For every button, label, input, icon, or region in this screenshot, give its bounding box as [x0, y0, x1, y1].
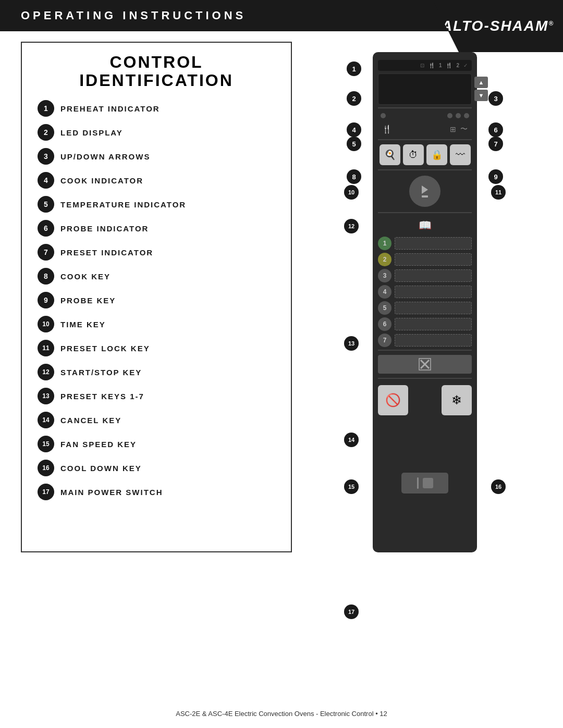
number-2-label: 2 — [456, 63, 459, 68]
probe-indicator — [456, 113, 461, 118]
time-key[interactable]: 〰 — [450, 144, 471, 165]
callout-8: 8 — [347, 169, 361, 184]
callout-7: 7 — [488, 137, 503, 151]
preset-key-4: 4 — [378, 285, 472, 299]
preset-rect-1[interactable] — [395, 237, 472, 250]
down-arrow-button[interactable]: ▼ — [474, 90, 488, 101]
preset-key-6: 6 — [378, 317, 472, 331]
separator-4 — [378, 212, 472, 213]
preset-rect-4[interactable] — [395, 286, 472, 298]
list-item: 17 MAIN POWER SWITCH — [38, 484, 275, 500]
item-label-15: FAN SPEED KEY — [60, 440, 137, 449]
led-display: ▲ ▼ — [378, 73, 472, 105]
power-block — [423, 478, 433, 488]
preset-dot-3[interactable]: 3 — [378, 269, 391, 282]
item-number-12: 12 — [38, 364, 54, 380]
preset-key-5: 5 — [378, 301, 472, 315]
item-number-2: 2 — [38, 124, 54, 141]
power-line — [417, 477, 419, 489]
item-number-14: 14 — [38, 412, 54, 428]
cancel-icon — [419, 358, 431, 371]
preset-dot-5[interactable]: 5 — [378, 301, 391, 315]
item-number-11: 11 — [38, 340, 54, 356]
preset-rect-2[interactable] — [395, 253, 472, 266]
probe-key-icon: ⏱ — [409, 150, 418, 161]
main-power-switch[interactable] — [401, 473, 448, 493]
cook-key[interactable]: 🍳 — [380, 144, 400, 165]
item-number-5: 5 — [38, 196, 54, 213]
device-body: ⊡ 🍴 1 🍴 2 ✓ ▲ ▼ — [373, 52, 477, 552]
cancel-key-row — [378, 355, 472, 374]
list-item: 10 TIME KEY — [38, 316, 275, 332]
list-item: 2 LED DISPLAY — [38, 124, 275, 141]
preset-rect-7[interactable] — [395, 334, 472, 347]
item-label-16: COOL DOWN KEY — [60, 464, 142, 473]
preset-rect-6[interactable] — [395, 318, 472, 330]
indicator-1-icon: ⊡ — [420, 63, 424, 68]
list-item: 8 COOK KEY — [38, 268, 275, 285]
up-arrow-button[interactable]: ▲ — [474, 77, 488, 88]
preset-key-7: 7 — [378, 334, 472, 347]
control-keys-row: 🍳 ⏱ 🔒 〰 — [378, 144, 472, 165]
lock-icon: 🔒 — [431, 149, 443, 161]
probe-key[interactable]: ⏱ — [403, 144, 424, 165]
preheat-indicator-row: ⊡ 🍴 1 🍴 2 ✓ — [378, 60, 472, 71]
item-number-7: 7 — [38, 244, 54, 261]
book-icon: 📖 — [378, 216, 472, 235]
preset-dot-1[interactable]: 1 — [378, 237, 391, 250]
item-label-13: PRESET KEYS 1-7 — [60, 392, 144, 401]
callout-17: 17 — [344, 604, 359, 619]
list-item: 4 COOK INDICATOR — [38, 172, 275, 189]
list-item: 14 CANCEL KEY — [38, 412, 275, 428]
list-item: 6 PROBE INDICATOR — [38, 220, 275, 237]
callout-14: 14 — [344, 433, 359, 447]
preset-dot-6[interactable]: 6 — [378, 317, 391, 331]
preset-rect-5[interactable] — [395, 302, 472, 314]
separator-2 — [378, 139, 472, 140]
callout-3: 3 — [488, 91, 503, 106]
item-number-6: 6 — [38, 220, 54, 237]
item-number-17: 17 — [38, 484, 54, 500]
item-label-17: MAIN POWER SWITCH — [60, 488, 163, 497]
callout-16: 16 — [491, 479, 506, 494]
small-indicators-row — [378, 111, 472, 120]
preset-key-2: 2 — [378, 253, 472, 266]
preset-dot-4[interactable]: 4 — [378, 285, 391, 299]
fan-icon: 🚫 — [385, 393, 401, 408]
probe-icon-2: 🍴 — [446, 63, 452, 68]
preset-rect-3[interactable] — [395, 269, 472, 282]
list-item: 1 PREHEAT INDICATOR — [38, 100, 275, 117]
preset-indicator — [464, 113, 469, 118]
start-stop-key[interactable] — [409, 176, 440, 207]
preset-keys-section: 1 2 3 4 — [378, 237, 472, 347]
number-1-label: 1 — [439, 63, 442, 68]
item-label-2: LED DISPLAY — [60, 128, 123, 137]
preset-key-1: 1 — [378, 237, 472, 250]
item-number-8: 8 — [38, 268, 54, 285]
start-stop-row — [378, 176, 472, 207]
item-number-4: 4 — [38, 172, 54, 189]
preset-dot-7[interactable]: 7 — [378, 334, 391, 347]
cook-indicator — [381, 113, 386, 118]
up-arrow-icon: ▲ — [479, 79, 484, 85]
preset-lock-key[interactable]: 🔒 — [426, 144, 447, 165]
separator-1 — [378, 107, 472, 108]
item-number-16: 16 — [38, 460, 54, 476]
cool-down-key[interactable]: ❄ — [442, 385, 472, 415]
main-content: CONTROL IDENTIFICATION 1 PREHEAT INDICAT… — [0, 31, 563, 563]
header-title: OPERATING INSTRUCTIONS — [21, 9, 246, 22]
spacer-area — [378, 415, 472, 467]
preset-dot-2[interactable]: 2 — [378, 253, 391, 266]
separator-5 — [378, 350, 472, 351]
item-label-7: PRESET INDICATOR — [60, 248, 153, 257]
item-number-15: 15 — [38, 436, 54, 452]
fan-speed-key[interactable]: 🚫 — [378, 385, 408, 415]
cancel-key[interactable] — [378, 355, 472, 374]
item-label-10: TIME KEY — [60, 320, 106, 329]
list-item: 7 PRESET INDICATOR — [38, 244, 275, 261]
list-item: 12 START/STOP KEY — [38, 364, 275, 380]
list-item: 9 PROBE KEY — [38, 292, 275, 309]
callout-5: 5 — [347, 137, 361, 151]
item-label-11: PRESET LOCK KEY — [60, 344, 150, 353]
time-key-icon: 〰 — [456, 150, 465, 161]
